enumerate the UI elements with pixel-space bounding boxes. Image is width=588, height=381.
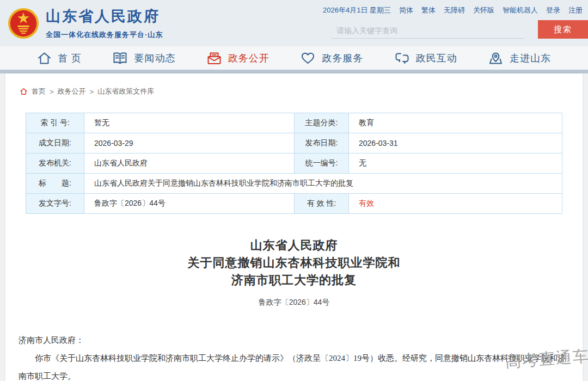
main-nav: 首 页 要闻动态 政务公开 政务服务 政民互动: [0, 46, 588, 70]
top-links: 2026年4月1日 星期三 简体 繁体 无障碍 关怀版 智能机器人 登录 注册: [331, 5, 583, 15]
table-row: 发布机关: 山东省人民政府 统一编号: 无: [26, 153, 562, 174]
meta-table: 索 引 号: 暂无 主题分类: 教育 成文日期: 2026-03-29 发布日期…: [26, 113, 562, 214]
salutation: 济南市人民政府：: [19, 331, 566, 349]
home-icon: [37, 51, 52, 65]
nav-item-services[interactable]: 政务服务: [300, 51, 363, 65]
nav-item-interaction[interactable]: 政民互动: [394, 51, 457, 65]
meta-label-written-date: 成文日期:: [26, 133, 84, 153]
nav-label: 政务公开: [228, 52, 270, 65]
chat-icon: [394, 51, 410, 65]
nav-label: 政民互动: [416, 52, 457, 65]
document-title: 山东省人民政府 关于同意撤销山东杏林科技职业学院和 济南市职工大学的批复: [13, 237, 575, 289]
link-traditional[interactable]: 繁体: [421, 5, 436, 15]
document-number: 鲁政字〔2026〕44号: [13, 298, 575, 308]
nav-label: 首 页: [58, 52, 82, 65]
page-header: 山东省人民政府 全国一体化在线政务服务平台·山东 2026年4月1日 星期三 简…: [0, 0, 588, 46]
nav-label: 要闻动态: [134, 52, 175, 65]
header-right: 2026年4月1日 星期三 简体 繁体 无障碍 关怀版 智能机器人 登录 注册 …: [331, 0, 588, 46]
body-paragraph: 你市《关于山东杏林科技职业学院和济南市职工大学终止办学的请示》（济政呈〔2024…: [19, 349, 566, 381]
link-robot[interactable]: 智能机器人: [503, 5, 538, 15]
nav-item-home[interactable]: 首 页: [37, 51, 82, 65]
nav-label: 政务服务: [322, 52, 363, 65]
table-row: 标 题: 山东省人民政府关于同意撤销山东杏林科技职业学院和济南市职工大学的批复: [26, 174, 562, 194]
meta-value-index-number: 暂无: [84, 113, 295, 133]
national-emblem-icon: [8, 8, 39, 39]
site-title: 山东省人民政府: [46, 7, 163, 26]
meta-label-doc-number: 发文字号:: [26, 194, 84, 214]
link-care-version[interactable]: 关怀版: [473, 5, 494, 15]
document-body: 济南市人民政府： 你市《关于山东杏林科技职业学院和济南市职工大学终止办学的请示》…: [19, 331, 566, 381]
nav-item-gov-info[interactable]: 政务公开: [206, 51, 270, 65]
table-row: 索 引 号: 暂无 主题分类: 教育: [26, 113, 562, 133]
home-icon: [20, 88, 28, 95]
meta-value-issuing-agency: 山东省人民政府: [84, 153, 295, 174]
search-input[interactable]: [331, 22, 524, 39]
meta-label-index-number: 索 引 号:: [26, 113, 84, 133]
site-subtitle: 全国一体化在线政务服务平台·山东: [46, 30, 163, 40]
date-text: 2026年4月1日 星期三: [323, 5, 391, 15]
meta-value-title: 山东省人民政府关于同意撤销山东杏林科技职业学院和济南市职工大学的批复: [84, 174, 562, 194]
envelope-icon: [206, 51, 222, 65]
book-icon: [112, 51, 128, 65]
document-title-line: 济南市职工大学的批复: [13, 272, 575, 289]
link-login[interactable]: 登录: [546, 5, 560, 15]
meta-value-topic-category: 教育: [349, 113, 562, 133]
link-simplified[interactable]: 简体: [399, 5, 413, 15]
heart-icon: [300, 51, 316, 65]
nav-divider: [0, 70, 588, 73]
document-title-line: 山东省人民政府: [13, 237, 575, 254]
site-brand[interactable]: 山东省人民政府 全国一体化在线政务服务平台·山东: [8, 0, 163, 46]
meta-value-validity: 有效: [349, 194, 562, 214]
meta-value-unified-number: 无: [349, 153, 562, 174]
meta-value-publish-date: 2026-03-31: [349, 133, 562, 153]
breadcrumb-separator: >: [90, 88, 94, 96]
meta-label-topic-category: 主题分类:: [295, 113, 349, 133]
brand-text: 山东省人民政府 全国一体化在线政务服务平台·山东: [46, 7, 163, 40]
table-row: 发文字号: 鲁政字〔2026〕44号 有 效 性: 有效: [26, 194, 562, 214]
breadcrumb-link-gov-info[interactable]: 政务公开: [58, 87, 86, 96]
breadcrumb-separator: >: [50, 88, 54, 96]
search-bar: 搜索: [331, 20, 588, 39]
content-card: 首页 > 政务公开 > 山东省政策文件库 索 引 号: 暂无 主题分类: 教育 …: [5, 73, 583, 381]
nav-item-about[interactable]: 走进山东: [488, 51, 551, 65]
breadcrumb-current: 山东省政策文件库: [97, 87, 154, 96]
document-title-line: 关于同意撤销山东杏林科技职业学院和: [13, 254, 575, 272]
meta-label-publish-date: 发布日期:: [295, 133, 349, 153]
nav-item-news[interactable]: 要闻动态: [112, 51, 175, 65]
table-row: 成文日期: 2026-03-29 发布日期: 2026-03-31: [26, 133, 562, 153]
link-accessibility[interactable]: 无障碍: [444, 5, 465, 15]
meta-value-doc-number: 鲁政字〔2026〕44号: [84, 194, 295, 214]
breadcrumb: 首页 > 政务公开 > 山东省政策文件库: [13, 73, 575, 96]
meta-label-validity: 有 效 性:: [295, 194, 349, 214]
meta-label-unified-number: 统一编号:: [295, 153, 349, 174]
nav-label: 走进山东: [510, 52, 551, 65]
link-register[interactable]: 注册: [568, 5, 583, 15]
map-pin-icon: [488, 51, 504, 65]
search-button[interactable]: 搜索: [538, 20, 588, 39]
meta-label-title: 标 题:: [26, 174, 84, 194]
meta-label-issuing-agency: 发布机关:: [26, 153, 84, 174]
breadcrumb-link-home[interactable]: 首页: [32, 87, 46, 96]
meta-value-written-date: 2026-03-29: [84, 133, 295, 153]
